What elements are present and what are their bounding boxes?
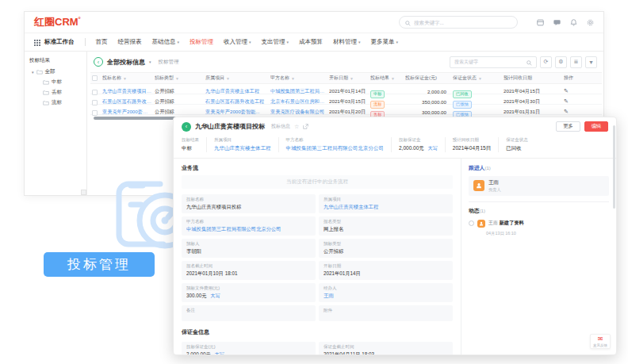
bell-icon[interactable]	[570, 19, 577, 26]
detail-side-panel: 跟进人(1) 王雨 负责人 动态(1) 王雨 新建了资料 04月13日 16:1…	[461, 159, 616, 355]
bid-detail-modal: ‹ 九华山庄贵宾楼项目投标 投标信息 ☆ 更多 编辑 投标结果 中标 所属项目 …	[173, 117, 617, 355]
list-search[interactable]	[450, 56, 537, 68]
party-a-link[interactable]: 亚美克医疗设备有限公司	[270, 109, 329, 116]
feedback-widget[interactable]: ✉ 意见反馈	[590, 334, 611, 349]
party-a-link[interactable]: 北京市石景山区住房和城...	[270, 98, 329, 105]
party-a-link[interactable]: 中城投集团第三工程局有...	[270, 88, 329, 95]
col-open-date[interactable]: 开标日期▼	[329, 75, 370, 82]
col-result[interactable]: 投标结果▼	[370, 75, 405, 82]
chevron-down-icon: ▾	[287, 40, 289, 44]
field-attachment: 附件	[319, 305, 453, 321]
follower-card[interactable]: 王雨 负责人	[469, 176, 609, 196]
bid-name-link[interactable]: 石景山区莲石路升改造工程	[102, 98, 155, 105]
refresh-icon[interactable]: ⟳	[540, 56, 552, 68]
search-icon	[405, 15, 411, 29]
tree-node-failed[interactable]: 流标	[43, 99, 82, 106]
avatar	[477, 220, 485, 228]
filter-funnel-icon[interactable]: ▼	[350, 76, 354, 81]
bid-name-link[interactable]: 九华山庄贵宾楼项目投标	[102, 88, 155, 95]
col-recover-date[interactable]: 预计回收日期	[504, 75, 564, 82]
tree-node-won[interactable]: 中标	[43, 79, 82, 86]
back-icon[interactable]: ‹	[94, 57, 103, 67]
handler-link[interactable]: 王雨	[324, 293, 448, 300]
chevron-down-icon[interactable]: ▾	[149, 59, 151, 64]
project-link[interactable]: 九华山庄贵宾楼主体工程	[205, 88, 270, 95]
row-checkbox[interactable]	[92, 110, 98, 116]
workspace-label[interactable]: 标准工作台	[44, 38, 75, 46]
col-bid-name[interactable]: 投标名称▼	[102, 75, 155, 82]
project-link[interactable]: 九华山庄贵宾楼主体工程	[324, 204, 448, 211]
settings-icon[interactable]	[587, 19, 594, 26]
col-tender-type[interactable]: 招标类型▼	[155, 75, 205, 82]
col-project[interactable]: 所属项目▼	[205, 75, 270, 82]
party-a-link[interactable]: 中城投集团第三工程局有限公司北京分公司	[286, 145, 385, 152]
star-icon[interactable]: ☆	[294, 124, 299, 130]
list-title[interactable]: 全部投标信息	[107, 58, 145, 67]
filter-funnel-icon[interactable]: ▼	[291, 76, 295, 81]
tree-node-lost[interactable]: 丢标	[43, 89, 82, 96]
more-button[interactable]: 更多	[556, 121, 580, 132]
select-all-checkbox[interactable]	[92, 75, 98, 81]
bid-name-link[interactable]: 亚美克年产2000套智能...	[102, 109, 155, 116]
folder-icon	[43, 79, 49, 85]
menu-item-more[interactable]: 更多菜单▾	[371, 38, 399, 46]
table-row[interactable]: 石景山区莲石路升改造工程 公开招标 石景山区莲石路升改造工程 北京市石景山区住房…	[90, 94, 602, 105]
menu-item-materials[interactable]: 材料管理▾	[333, 38, 361, 46]
global-search-input[interactable]	[414, 20, 511, 25]
sidebar-resize-handle[interactable]	[81, 190, 86, 195]
filter-funnel-icon[interactable]: ▼	[123, 76, 127, 81]
apps-grid-icon[interactable]	[34, 35, 40, 49]
menu-item-home[interactable]: 首页	[96, 38, 108, 46]
project-link[interactable]: 亚美克年产2000套智能...	[205, 109, 270, 116]
table-row[interactable]: 亚美克年产2000套智能... 公开招标 亚美克年产2000套智能... 亚美克…	[90, 105, 602, 115]
caps-link[interactable]: 大写	[211, 293, 220, 298]
gear-icon[interactable]: ⚙	[555, 56, 567, 68]
caps-link[interactable]: 大写	[428, 146, 438, 151]
menu-item-income[interactable]: 收入管理▾	[224, 38, 251, 46]
message-icon[interactable]	[553, 19, 561, 26]
menu-item-basic-info[interactable]: 基础信息▾	[152, 38, 180, 46]
tree-expand-icon[interactable]: ▾	[32, 70, 34, 75]
share-icon[interactable]	[303, 124, 308, 129]
list-search-input[interactable]	[454, 59, 524, 64]
field-remark: 备注	[182, 305, 316, 321]
top-bar: 红圈CRM°	[25, 12, 603, 33]
field-open-date: 开标日期2021年01月14日	[319, 261, 453, 280]
menu-item-expense[interactable]: 支出管理▾	[262, 38, 289, 46]
workflow-section-title: 业务流	[182, 164, 453, 172]
columns-icon[interactable]: ≣	[570, 56, 582, 68]
filter-funnel-icon[interactable]: ▼	[391, 76, 395, 81]
project-link[interactable]: 九华山庄贵宾楼主体工程	[214, 145, 271, 152]
filter-funnel-icon[interactable]: ▼	[175, 76, 179, 81]
chevron-down-icon: ▾	[178, 40, 180, 44]
field-handler: 经办人王雨	[319, 283, 453, 302]
col-deposit-status[interactable]: 保证金状态▼	[453, 75, 504, 82]
project-link[interactable]: 石景山区莲石路升改造工程	[205, 98, 270, 105]
menu-item-bid-management[interactable]: 投标管理	[190, 38, 213, 46]
global-search[interactable]	[399, 16, 518, 29]
filter-icon[interactable]: ▼	[585, 56, 597, 68]
sidebar-title: 投标结果	[29, 57, 82, 64]
workbench-icon[interactable]	[537, 19, 544, 26]
chevron-down-icon: ▾	[249, 40, 251, 44]
folder-icon	[43, 100, 49, 105]
tree-node-all[interactable]: ▾ 全部	[32, 68, 82, 75]
menu-item-reports[interactable]: 经营报表	[118, 38, 142, 46]
col-deposit[interactable]: 投标保证金(元)	[405, 75, 453, 82]
caps-link[interactable]: 大写	[215, 352, 224, 355]
screenshot-canvas: 红圈CRM° 标准工作台 首页 经营报表	[0, 0, 628, 364]
edit-pencil-icon[interactable]: ✎	[564, 98, 581, 105]
field-signup-type: 报名类型网上报名	[319, 216, 453, 236]
table-row[interactable]: 九华山庄贵宾楼项目投标 公开招标 九华山庄贵宾楼主体工程 中城投集团第三工程局有…	[90, 84, 602, 94]
filter-funnel-icon[interactable]: ▼	[226, 76, 230, 81]
field-tenderer: 招标人李朝阳	[182, 239, 316, 258]
edit-pencil-icon[interactable]: ✎	[564, 109, 581, 115]
panel-divider	[469, 201, 609, 202]
edit-button[interactable]: 编辑	[584, 121, 608, 132]
edit-pencil-icon[interactable]: ✎	[564, 88, 581, 94]
filter-funnel-icon[interactable]: ▼	[478, 76, 482, 81]
modal-scrollbar[interactable]	[613, 125, 615, 209]
party-a-link[interactable]: 中城投集团第三工程局有限公司北京分公司	[186, 226, 311, 233]
col-party-a[interactable]: 甲方名称▼	[270, 75, 329, 82]
menu-item-cost-budget[interactable]: 成本预算	[299, 38, 323, 46]
